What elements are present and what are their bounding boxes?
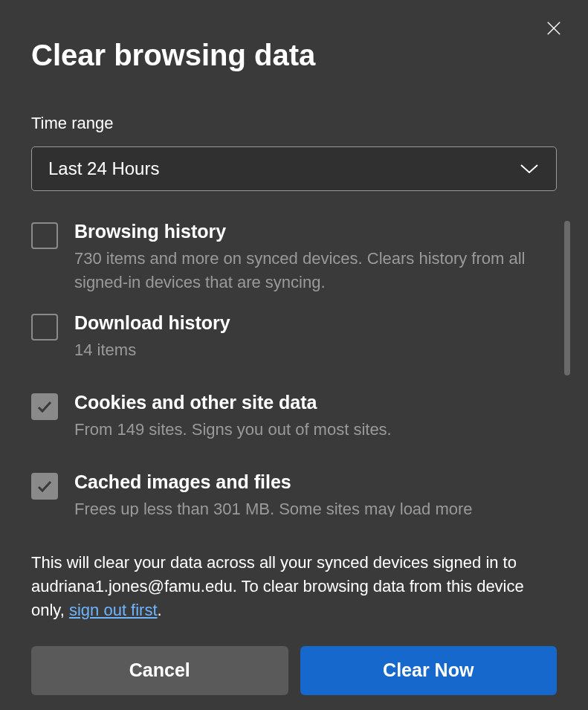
chevron-down-icon xyxy=(519,162,540,175)
option-description: 730 items and more on synced devices. Cl… xyxy=(74,247,542,294)
options-container: Browsing history 730 items and more on s… xyxy=(31,221,557,517)
checkbox-cached[interactable] xyxy=(31,473,58,500)
button-row: Cancel Clear Now xyxy=(31,646,557,695)
option-cookies: Cookies and other site data From 149 sit… xyxy=(31,392,542,442)
option-title: Browsing history xyxy=(74,221,542,242)
dialog-title: Clear browsing data xyxy=(31,39,557,72)
option-text: Browsing history 730 items and more on s… xyxy=(74,221,542,294)
option-browsing-history: Browsing history 730 items and more on s… xyxy=(31,221,542,294)
checkbox-cookies[interactable] xyxy=(31,393,58,420)
time-range-value: Last 24 Hours xyxy=(48,158,159,179)
option-description: From 149 sites. Signs you out of most si… xyxy=(74,418,542,442)
option-text: Cookies and other site data From 149 sit… xyxy=(74,392,542,442)
option-text: Download history 14 items xyxy=(74,312,542,362)
option-cached: Cached images and files Frees up less th… xyxy=(31,471,542,517)
sign-out-link[interactable]: sign out first xyxy=(69,601,158,619)
option-title: Cookies and other site data xyxy=(74,392,542,413)
option-download-history: Download history 14 items xyxy=(31,312,542,362)
clear-now-button[interactable]: Clear Now xyxy=(300,646,558,695)
option-title: Cached images and files xyxy=(74,471,542,493)
option-text: Cached images and files Frees up less th… xyxy=(74,471,542,517)
close-button[interactable] xyxy=(542,16,566,40)
check-icon xyxy=(36,477,54,495)
checkbox-download-history[interactable] xyxy=(31,314,58,341)
check-icon xyxy=(36,398,54,416)
clear-browsing-data-dialog: Clear browsing data Time range Last 24 H… xyxy=(0,0,588,710)
scrollbar-thumb[interactable] xyxy=(564,221,570,375)
time-range-select[interactable]: Last 24 Hours xyxy=(31,146,557,191)
checkbox-browsing-history[interactable] xyxy=(31,222,58,249)
options-list: Browsing history 730 items and more on s… xyxy=(31,221,557,517)
option-title: Download history xyxy=(74,312,542,334)
cancel-button[interactable]: Cancel xyxy=(31,646,288,695)
time-range-label: Time range xyxy=(31,114,557,133)
footer-note: This will clear your data across all you… xyxy=(31,551,557,622)
time-range-select-wrapper: Last 24 Hours xyxy=(31,146,557,191)
option-description: Frees up less than 301 MB. Some sites ma… xyxy=(74,497,542,517)
option-description: 14 items xyxy=(74,338,542,362)
footer-note-suffix: . xyxy=(158,601,162,619)
close-icon xyxy=(546,20,562,36)
